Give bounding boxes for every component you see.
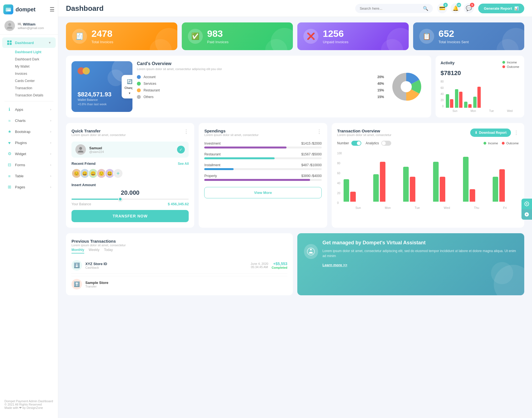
notification-badge: 12 [457, 3, 461, 7]
income-label: Income [507, 61, 517, 64]
search-bar: 🔍 [355, 4, 433, 13]
subnav-cards[interactable]: Cards Center [13, 77, 58, 84]
amount-slider[interactable] [71, 199, 189, 200]
prev-header: Previous Transactions Lorem ipsum dolor … [71, 239, 287, 247]
income-bar-0 [446, 94, 449, 108]
outcome-label: Outcome [507, 65, 519, 68]
tab-weekly[interactable]: Weekly [89, 248, 99, 253]
to-income-dot [484, 142, 486, 145]
quick-transfer-panel: Quick Transfer Lorem ipsum dolor sit ame… [66, 123, 194, 228]
see-all-link[interactable]: See All [178, 162, 189, 166]
nav-dashboard[interactable]: Dashboard ▼ [2, 37, 56, 48]
card-overview-panel: $824,571.93 Wallet Balance +0.8% than la… [66, 56, 431, 117]
wallet-icon-btn[interactable]: 💳 2 [437, 3, 447, 13]
spending-amount-1: $1567 /$5000 [301, 152, 321, 156]
big-x-fri: Fri [503, 206, 507, 209]
tx-amount: +$5,553 [272, 261, 287, 266]
spendings-menu[interactable]: ⋮ [317, 129, 322, 135]
big-x-labels: SunMonTueWedThuFri [344, 206, 519, 209]
y-0: 0 [441, 105, 444, 108]
nav-table-label: Table [15, 174, 24, 178]
virtual-assistant-card: Get managed by Dompet's Virtual Assistan… [297, 233, 524, 295]
content-area: 🧾 2478 Total Invoices ✅ 983 Paid Invoice… [58, 17, 532, 418]
stat-info-3: 652 Total Invoices Sent [439, 29, 469, 44]
nav-apps[interactable]: ℹ Apps › [2, 104, 56, 115]
dashboard-arrow: ▼ [48, 41, 51, 44]
hamburger-icon[interactable]: ☰ [50, 6, 55, 13]
y-20: 20 [441, 99, 444, 102]
analytics-toggle[interactable] [381, 141, 391, 146]
big-bar-group-4 [463, 157, 489, 202]
by-100: 100 [337, 152, 342, 155]
number-label: Number [337, 141, 349, 145]
ov-dot-2 [137, 88, 141, 92]
forms-icon: ⊟ [7, 162, 12, 168]
big-inc-3 [433, 162, 439, 202]
subnav-wallet[interactable]: My Wallet [13, 63, 58, 70]
ov-label-2: Restaurant [144, 88, 375, 92]
chat-icon-btn[interactable]: 💬 5 [464, 3, 474, 13]
balance-row: Your Balance $ 456,345.62 [71, 202, 189, 206]
nav-plugins[interactable]: ♥ Plugins › [2, 137, 56, 148]
svg-rect-3 [7, 40, 9, 42]
income-bar-3 [473, 97, 477, 108]
activity-panel: Activity Income Outcome $78 [436, 56, 524, 117]
big-x-wed: Wed [444, 206, 450, 209]
spendings-title: Spendings [204, 129, 259, 133]
number-toggle[interactable] [351, 141, 361, 146]
nav-bootstrap[interactable]: ★ Bootstrap › [2, 126, 56, 137]
big-chart [344, 149, 519, 204]
nav-pages[interactable]: ⊞ Pages › [2, 182, 56, 192]
stat-icon-2: ❌ [303, 29, 318, 44]
tab-today[interactable]: Today [104, 248, 113, 253]
change-button[interactable]: 🔄 Change ▼ [122, 75, 132, 98]
notification-icon-btn[interactable]: 🔔 12 [451, 3, 461, 13]
nav-widget[interactable]: ⚙ Widget › [2, 148, 56, 159]
add-friend[interactable]: + [113, 168, 123, 178]
nav-forms[interactable]: ⊟ Forms › [2, 160, 56, 170]
drop-icon-btn[interactable] [521, 209, 532, 220]
va-learn-more[interactable]: Learn more >> [323, 263, 347, 267]
dashboard-subnav: Dashboard Light Dashboard Dark My Wallet… [0, 48, 58, 99]
transfer-now-button[interactable]: TRANSFER NOW [71, 210, 189, 222]
footer-brand: Dompet Payment Admin Dashboard [4, 399, 53, 403]
x-label-wed: Wed [507, 109, 513, 112]
by-0: 0 [337, 201, 342, 204]
nav-charts[interactable]: ≈ Charts › [2, 115, 56, 126]
quick-transfer-menu[interactable]: ⋮ [184, 129, 189, 135]
stat-icon-0: 🧾 [72, 29, 87, 44]
tx-info-2: Sample Store Transfer [85, 281, 108, 288]
nav-charts-label: Charts [15, 119, 25, 123]
generate-report-button[interactable]: Generate Report 📊 [478, 4, 524, 13]
subnav-invoices[interactable]: Invoices [13, 70, 58, 77]
view-more-button[interactable]: View More [204, 187, 321, 198]
search-input[interactable] [360, 6, 421, 11]
to-income-legend: Income [484, 142, 498, 145]
user-greeting: Hi, [18, 22, 22, 26]
stat-card-3: 📋 652 Total Invoices Sent [413, 22, 525, 50]
spending-item-0: Investment $1415 /$2000 [204, 142, 321, 148]
activity-title: Activity [441, 61, 455, 65]
settings-icon-btn[interactable] [521, 199, 532, 209]
wallet-badge: 2 [443, 3, 448, 7]
big-x-sun: Sun [355, 206, 361, 209]
tab-monthly[interactable]: Monthly [71, 248, 84, 253]
subnav-transaction-details[interactable]: Transaction Details [13, 92, 58, 99]
subnav-transaction[interactable]: Transaction [13, 84, 58, 92]
va-content: Get managed by Dompet's Virtual Assistan… [304, 240, 518, 267]
plugins-icon: ♥ [7, 140, 12, 145]
subnav-dark[interactable]: Dashboard Dark [13, 56, 58, 63]
widget-icon: ⚙ [7, 151, 12, 157]
overview-items: Account 20% Services 40% Restaurant 15% … [137, 75, 384, 99]
nav-table[interactable]: ≡ Table › [2, 171, 56, 181]
dashboard-icon [7, 40, 12, 45]
download-report-button[interactable]: ⬇ Download Report [470, 129, 511, 137]
refresh-icon: 🔄 [127, 79, 132, 84]
recent-friends-header: Recent Friend See All [71, 161, 189, 166]
income-legend: Income [502, 61, 519, 64]
header-icons: 💳 2 🔔 12 💬 5 [437, 3, 474, 13]
subnav-light[interactable]: Dashboard Light [13, 48, 58, 56]
amount-value: 20.000 [71, 189, 189, 196]
to-menu[interactable]: ⋮ [514, 130, 519, 136]
bottom-grid: Quick Transfer Lorem ipsum dolor sit ame… [66, 123, 524, 228]
